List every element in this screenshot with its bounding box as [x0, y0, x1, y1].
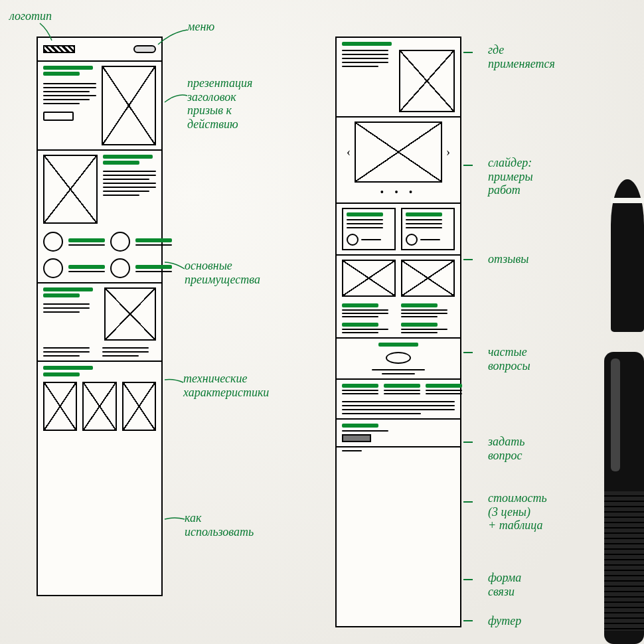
- usedwhere-section: [337, 38, 460, 118]
- annotation-slider: слайдер: примеры работ: [488, 156, 533, 197]
- hero-section: [38, 62, 161, 151]
- chevron-right-icon: ›: [446, 145, 450, 159]
- howto-section: [38, 362, 161, 435]
- circle-icon: [43, 258, 63, 278]
- image-placeholder: [401, 260, 455, 297]
- image-placeholder: [355, 121, 442, 183]
- wireframe-column-2: ‹ › • • •: [335, 37, 461, 627]
- chevron-left-icon: ‹: [347, 145, 351, 159]
- circle-icon: [110, 232, 130, 252]
- annotation-usedwhere: где применяется: [488, 43, 555, 70]
- image-placeholder: [104, 287, 156, 341]
- annotation-specs: технические характеристики: [183, 372, 269, 399]
- circle-icon: [43, 232, 63, 252]
- logo-placeholder: [43, 45, 75, 53]
- menu-placeholder: [133, 45, 156, 53]
- avatar-icon: [406, 234, 418, 246]
- annotation-logo: логотип: [9, 9, 52, 23]
- specs-section: [38, 283, 161, 362]
- form-section: [337, 420, 460, 447]
- annotation-form: форма связи: [488, 571, 521, 598]
- oval-button: [386, 352, 411, 364]
- avatar-icon: [347, 234, 359, 246]
- annotation-ask: задать вопрос: [488, 435, 524, 462]
- image-placeholder: [43, 382, 77, 431]
- footer-section: [337, 447, 460, 459]
- pen: [604, 352, 644, 644]
- marker-pen: [611, 179, 644, 332]
- annotation-menu: меню: [187, 20, 214, 34]
- slider-section: ‹ › • • •: [337, 118, 460, 204]
- image-placeholder: [102, 66, 156, 145]
- annotation-pricing: стоимость (3 цены) + таблица: [488, 491, 547, 532]
- image-placeholder: [43, 155, 98, 224]
- image-placeholder: [342, 260, 396, 297]
- faq-section: [337, 256, 460, 339]
- pricing-section: [337, 380, 460, 420]
- reviews-section: [337, 204, 460, 256]
- cta-button: [43, 112, 74, 121]
- annotation-howto: как использовать: [185, 511, 254, 538]
- wireframe-column-1: [37, 37, 163, 596]
- annotation-benefits: основные преимущества: [185, 259, 260, 286]
- slider-dots: • • •: [380, 187, 417, 199]
- image-placeholder: [399, 50, 455, 112]
- ask-section: [337, 339, 460, 380]
- annotation-faq: частые вопросы: [488, 345, 530, 372]
- benefits-section: [38, 151, 161, 283]
- circle-icon: [110, 258, 130, 278]
- image-placeholder: [82, 382, 116, 431]
- image-placeholder: [122, 382, 156, 431]
- annotation-reviews: отзывы: [488, 252, 528, 266]
- annotation-hero: презентация заголовок призыв к действию: [187, 76, 252, 131]
- annotation-footer: футер: [488, 614, 521, 628]
